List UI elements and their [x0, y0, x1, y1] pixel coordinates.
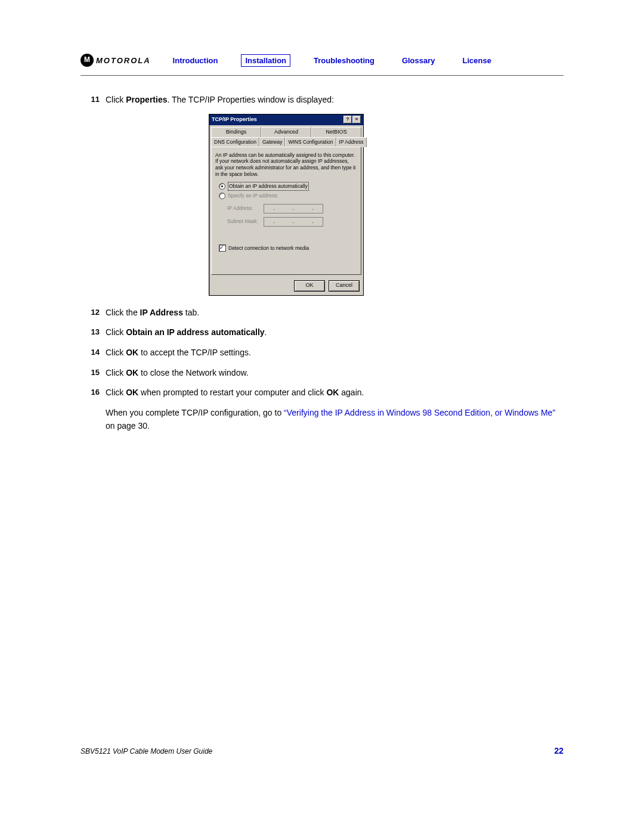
nav-glossary[interactable]: Glossary — [398, 54, 439, 67]
checkbox-label: Detect connection to network media — [228, 244, 309, 252]
step-text: Click the IP Address tab. — [106, 306, 564, 320]
tab-netbios[interactable]: NetBIOS — [311, 127, 361, 137]
step-number: 11 — [80, 94, 106, 107]
brand-text: MOTOROLA — [96, 56, 151, 65]
radio-specify[interactable]: Specify an IP address: — [219, 192, 357, 200]
close-icon[interactable]: × — [352, 116, 361, 123]
dialog-panel: An IP address can be automatically assig… — [211, 147, 361, 275]
step-text: Click OK to close the Network window. — [106, 367, 564, 380]
step-text: Click Obtain an IP address automatically… — [106, 326, 564, 339]
dialog-tabs: Bindings Advanced NetBIOS DNS Configurat… — [209, 125, 363, 147]
nav-license[interactable]: License — [459, 54, 496, 67]
tab-advanced[interactable]: Advanced — [261, 127, 311, 137]
step-text: Click OK when prompted to restart your c… — [106, 386, 564, 400]
radio-label: Obtain an IP address automatically — [228, 182, 309, 191]
dialog-description: An IP address can be automatically assig… — [215, 152, 357, 178]
tab-wins[interactable]: WINS Configuration — [285, 137, 336, 147]
dialog-titlebar: TCP/IP Properties ? × — [209, 114, 363, 125]
step-number: 12 — [80, 306, 106, 320]
completion-note: When you complete TCP/IP configuration, … — [106, 407, 564, 432]
radio-obtain-auto[interactable]: Obtain an IP address automatically — [219, 182, 357, 191]
step-text: Click OK to accept the TCP/IP settings. — [106, 346, 564, 360]
motorola-icon — [80, 54, 94, 67]
nav-troubleshooting[interactable]: Troubleshooting — [309, 54, 379, 67]
step-text: Click Properties. The TCP/IP Properties … — [106, 94, 564, 107]
ip-address-input: ... — [264, 204, 323, 213]
ip-address-label: IP Address: — [227, 205, 260, 212]
dialog-buttons: OK Cancel — [209, 277, 363, 295]
radio-label: Specify an IP address: — [228, 192, 278, 200]
ok-button[interactable]: OK — [294, 280, 325, 292]
checkbox-icon — [219, 244, 226, 252]
step-11: 11 Click Properties. The TCP/IP Properti… — [80, 94, 564, 107]
page-header: MOTOROLA Introduction Installation Troub… — [80, 54, 564, 76]
step-15: 15 Click OK to close the Network window. — [80, 367, 564, 380]
content-body: 11 Click Properties. The TCP/IP Properti… — [80, 94, 564, 433]
dialog-title: TCP/IP Properties — [212, 116, 257, 124]
step-number: 16 — [80, 386, 106, 400]
page-number: 22 — [554, 746, 564, 755]
tab-gateway[interactable]: Gateway — [259, 137, 286, 147]
header-nav: Introduction Installation Troubleshootin… — [169, 54, 496, 67]
cancel-button[interactable]: Cancel — [329, 280, 360, 292]
subnet-mask-label: Subnet Mask: — [227, 218, 260, 225]
cross-reference-link[interactable]: “Verifying the IP Address in Windows 98 … — [284, 408, 555, 417]
subnet-mask-input: ... — [264, 217, 323, 227]
nav-introduction[interactable]: Introduction — [169, 54, 222, 67]
brand-logo: MOTOROLA — [80, 54, 151, 67]
step-number: 15 — [80, 367, 106, 380]
step-number: 14 — [80, 346, 106, 360]
step-13: 13 Click Obtain an IP address automatica… — [80, 326, 564, 339]
step-12: 12 Click the IP Address tab. — [80, 306, 564, 320]
tcpip-dialog: TCP/IP Properties ? × Bindings Advanced … — [209, 114, 364, 296]
ip-fields: IP Address: ... Subnet Mask: ... — [227, 204, 357, 227]
step-number: 13 — [80, 326, 106, 339]
page-footer: SBV5121 VoIP Cable Modem User Guide 22 — [80, 746, 564, 797]
radio-icon — [219, 193, 225, 199]
radio-icon — [219, 183, 225, 190]
step-14: 14 Click OK to accept the TCP/IP setting… — [80, 346, 564, 360]
tab-bindings[interactable]: Bindings — [211, 127, 261, 137]
detect-connection-checkbox[interactable]: Detect connection to network media — [219, 244, 357, 252]
step-16: 16 Click OK when prompted to restart you… — [80, 386, 564, 400]
tab-dns[interactable]: DNS Configuration — [211, 137, 259, 147]
footer-title: SBV5121 VoIP Cable Modem User Guide — [80, 747, 212, 755]
nav-installation[interactable]: Installation — [241, 54, 290, 67]
help-icon[interactable]: ? — [343, 116, 352, 123]
embedded-screenshot: TCP/IP Properties ? × Bindings Advanced … — [209, 114, 564, 296]
tab-ipaddress[interactable]: IP Address — [336, 137, 367, 147]
